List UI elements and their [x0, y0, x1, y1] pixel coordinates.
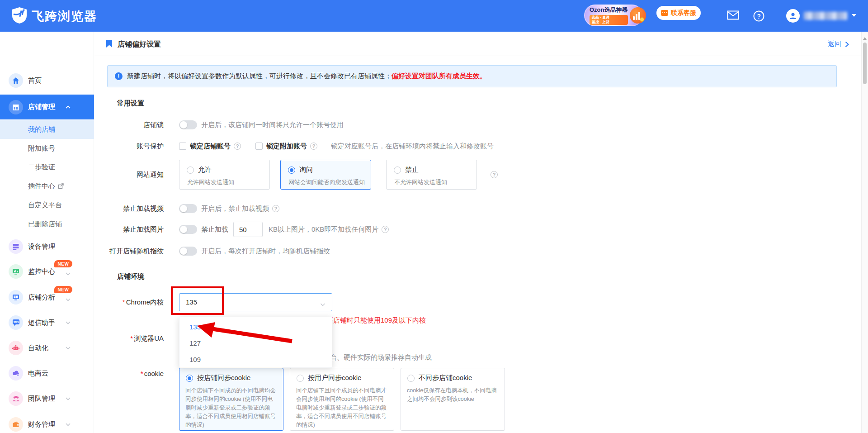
new-badge: NEW — [54, 286, 72, 293]
row-shop-lock: 店铺锁 开启后，该店铺同一时间将只允许一个账号使用 — [94, 116, 868, 134]
info-icon: ! — [115, 72, 123, 80]
analysis-icon — [9, 290, 23, 305]
sidebar-nav: 首页 店铺管理 我的店铺 附加账号 二步验证 插件中心 自定义平台 — [0, 32, 94, 433]
wallet-icon — [9, 417, 23, 432]
sidebar-subitem-deleted-shops[interactable]: 已删除店铺 — [0, 215, 94, 233]
cloud-icon — [9, 366, 23, 381]
help-circle-icon[interactable]: ? — [382, 226, 389, 233]
back-link[interactable]: 返回 — [828, 40, 849, 48]
help-circle-icon[interactable]: ? — [310, 143, 317, 150]
row-random-fingerprint: 打开店铺随机指纹 开启后，每次打开店铺时，均随机店铺指纹 — [94, 242, 868, 260]
sidebar-item-sms-helper[interactable]: SMS 短信助手 — [0, 310, 94, 335]
help-circle-icon[interactable]: ? — [272, 205, 279, 212]
robot-icon — [9, 341, 23, 355]
notify-option-ask[interactable]: 询问 网站会询问能否向您发送通知 — [280, 160, 371, 190]
chevron-down-icon — [65, 344, 71, 352]
radio-unchecked-icon[interactable] — [297, 375, 304, 382]
sidebar-subitem-my-shops[interactable]: 我的店铺 — [0, 120, 94, 139]
no-image-toggle[interactable] — [179, 225, 197, 234]
ua-hint-text: 台、硬件实际的场景推荐自动生成 — [330, 353, 432, 362]
contact-support-button[interactable]: 联系客服 — [656, 6, 701, 20]
lock-extra-account-checkbox[interactable] — [255, 143, 263, 150]
svg-text:?: ? — [757, 13, 761, 20]
random-fingerprint-toggle[interactable] — [179, 247, 197, 256]
team-icon — [9, 391, 23, 406]
user-avatar[interactable] — [786, 9, 800, 23]
svg-text:SMS: SMS — [13, 321, 19, 324]
bookmark-icon — [106, 39, 113, 50]
scrollbar-up-arrow-icon[interactable] — [863, 35, 867, 40]
app-name: 飞跨浏览器 — [32, 8, 97, 24]
sidebar-subitem-custom-platform[interactable]: 自定义平台 — [0, 196, 94, 214]
radio-unchecked-icon[interactable] — [187, 167, 194, 174]
titlebar-divider — [94, 56, 868, 56]
radio-unchecked-icon[interactable] — [407, 375, 415, 382]
sidebar-subitem-extra-accounts[interactable]: 附加账号 — [0, 139, 94, 158]
help-icon[interactable]: ? — [753, 10, 764, 24]
notify-option-deny[interactable]: 禁止 不允许网站发送通知 — [386, 160, 477, 190]
page-title-bar: 店铺偏好设置 返回 — [94, 32, 868, 56]
chevron-down-icon — [65, 295, 71, 304]
shield-logo-icon — [12, 7, 27, 26]
radio-unchecked-icon[interactable] — [394, 167, 401, 174]
no-video-toggle[interactable] — [179, 204, 197, 213]
cookie-option-by-shop[interactable]: 按店铺同步cookie 同个店铺下不同成员的不同电脑均会同步使用相同的cooki… — [179, 368, 283, 431]
app-window: 飞跨浏览器 Ozon选品神器 选品 · 查词 监控 · 上货 联系客服 ? — [0, 0, 868, 433]
promo-chart-icon — [630, 7, 646, 24]
sidebar-subitem-two-step[interactable]: 二步验证 — [0, 158, 94, 176]
shop-lock-toggle[interactable] — [179, 120, 197, 129]
external-link-icon — [58, 183, 64, 191]
help-circle-icon[interactable]: ? — [491, 171, 498, 178]
chrome-kernel-select[interactable]: 135 — [179, 293, 332, 311]
help-circle-icon[interactable]: ? — [234, 143, 241, 150]
row-account-protect: 账号保护 锁定店铺账号 ? 锁定附加账号 ? 锁定对应账号后，在店铺环境内将禁止… — [94, 137, 868, 155]
section-shop-environment: 店铺环境 — [117, 272, 144, 281]
info-banner: ! 新建店铺时，将以偏好设置参数作为默认属性，可进行修改，且不会修改已有店铺属性… — [107, 65, 837, 87]
lock-shop-account-checkbox[interactable] — [179, 143, 186, 150]
sidebar-item-device-management[interactable]: 设备管理 — [0, 234, 94, 259]
sidebar-subitem-plugin-center[interactable]: 插件中心 — [0, 177, 94, 195]
chevron-down-icon — [65, 270, 71, 278]
sidebar-item-monitor-center[interactable]: 监控中心 NEW — [0, 259, 94, 284]
radio-checked-icon[interactable] — [186, 375, 193, 382]
row-site-notify: 网站通知 允许 允许网站发送通知 询问 网站会询问能否向您发送通知 禁止 不允许… — [94, 160, 868, 190]
new-badge: NEW — [54, 260, 72, 267]
kernel-dropdown-menu: 135 127 109 — [179, 317, 332, 368]
notify-option-allow[interactable]: 允许 允许网站发送通知 — [179, 160, 270, 190]
cookie-option-by-user[interactable]: 按用户同步cookie 同个店铺下且同个成员的不同电脑才会同步使用相同的cook… — [290, 368, 394, 431]
mail-icon[interactable] — [727, 10, 739, 22]
user-menu-caret-icon[interactable] — [852, 14, 856, 19]
chevron-down-icon — [65, 420, 71, 428]
sidebar-item-team-management[interactable]: 团队管理 — [0, 386, 94, 411]
chat-bubble-icon — [661, 10, 668, 16]
sidebar-item-finance-management[interactable]: 财务管理 — [0, 412, 94, 433]
scrollbar-thumb[interactable] — [863, 43, 867, 84]
sidebar-item-home[interactable]: 首页 — [0, 68, 94, 93]
row-no-image: 禁止加载图片 禁止加载 KB以上图片，0KB即不加载任何图片 ? — [94, 220, 868, 238]
kernel-warning-text: 开店铺时只能使用109及以下内核 — [326, 316, 426, 325]
kernel-option-109[interactable]: 109 — [179, 351, 333, 367]
sidebar-item-ecommerce-cloud[interactable]: 电商云 — [0, 361, 94, 386]
ozon-promo-banner[interactable]: Ozon选品神器 选品 · 查词 监控 · 上货 — [584, 5, 643, 26]
sidebar-item-shop-analysis[interactable]: 店铺分析 NEW — [0, 285, 94, 310]
home-icon — [9, 73, 23, 88]
main-content: 店铺偏好设置 返回 ! 新建店铺时，将以偏好设置参数作为默认属性，可进行修改，且… — [94, 32, 868, 433]
page-scrollbar[interactable] — [861, 32, 868, 433]
chevron-right-icon — [845, 41, 849, 48]
promo-title: Ozon选品神器 — [590, 6, 628, 14]
kernel-option-135[interactable]: 135 — [179, 319, 333, 335]
promo-tags: 选品 · 查词 监控 · 上货 — [590, 15, 628, 25]
monitor-icon — [9, 264, 23, 279]
row-no-video: 禁止加载视频 开启后，禁止加载视频 ? — [94, 200, 868, 218]
sidebar-item-shop-management[interactable]: 店铺管理 — [0, 95, 94, 119]
sidebar-item-automation[interactable]: 自动化 — [0, 335, 94, 361]
username-blurred[interactable] — [804, 12, 847, 20]
kernel-option-127[interactable]: 127 — [179, 335, 333, 351]
cookie-option-no-sync[interactable]: 不同步店铺cookie cookie仅保存在电脑本机，不同电脑之间均不会同步到该… — [401, 368, 505, 431]
radio-checked-icon[interactable] — [288, 167, 295, 174]
chevron-down-icon — [65, 395, 71, 403]
chevron-down-icon — [320, 300, 326, 309]
app-logo[interactable]: 飞跨浏览器 — [12, 7, 97, 26]
storefront-icon — [9, 100, 23, 114]
image-kb-input[interactable] — [233, 222, 263, 237]
